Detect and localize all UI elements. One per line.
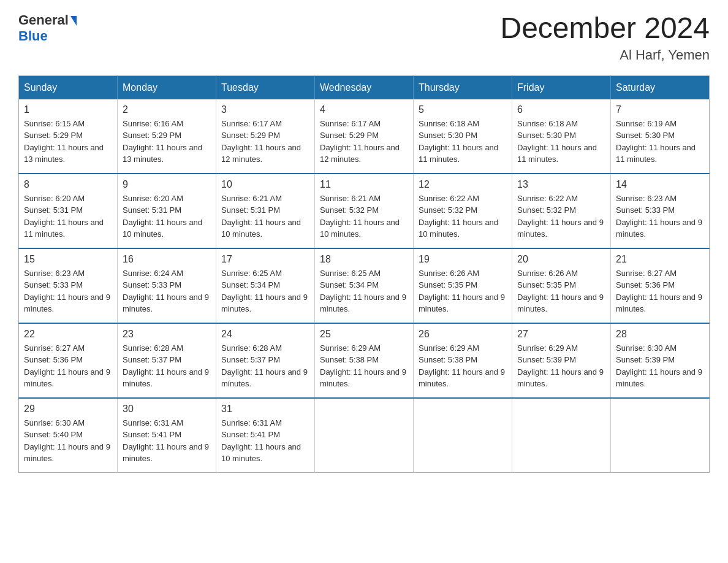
calendar-cell <box>414 398 512 473</box>
day-number: 21 <box>616 254 704 265</box>
logo-blue: Blue <box>18 28 48 44</box>
day-info: Sunrise: 6:30 AMSunset: 5:39 PMDaylight:… <box>616 342 704 390</box>
day-info: Sunrise: 6:21 AMSunset: 5:31 PMDaylight:… <box>221 193 309 240</box>
day-number: 26 <box>419 329 507 340</box>
calendar-cell: 20Sunrise: 6:26 AMSunset: 5:35 PMDayligh… <box>512 248 611 323</box>
calendar-cell <box>512 398 611 473</box>
calendar-cell: 9Sunrise: 6:20 AMSunset: 5:31 PMDaylight… <box>118 174 216 248</box>
day-number: 8 <box>24 179 112 190</box>
day-info: Sunrise: 6:29 AMSunset: 5:38 PMDaylight:… <box>320 342 408 390</box>
calendar-cell: 19Sunrise: 6:26 AMSunset: 5:35 PMDayligh… <box>414 248 512 323</box>
calendar-cell: 2Sunrise: 6:16 AMSunset: 5:29 PMDaylight… <box>118 99 216 174</box>
calendar-cell: 1Sunrise: 6:15 AMSunset: 5:29 PMDaylight… <box>19 99 118 174</box>
day-number: 17 <box>221 254 309 265</box>
day-info: Sunrise: 6:28 AMSunset: 5:37 PMDaylight:… <box>123 342 211 390</box>
day-number: 31 <box>221 404 309 415</box>
day-number: 20 <box>517 254 605 265</box>
calendar-cell: 11Sunrise: 6:21 AMSunset: 5:32 PMDayligh… <box>315 174 414 248</box>
day-info: Sunrise: 6:23 AMSunset: 5:33 PMDaylight:… <box>24 267 112 315</box>
day-number: 19 <box>419 254 507 265</box>
calendar-header-sunday: Sunday <box>19 75 118 99</box>
day-info: Sunrise: 6:16 AMSunset: 5:29 PMDaylight:… <box>123 118 211 166</box>
calendar-cell: 23Sunrise: 6:28 AMSunset: 5:37 PMDayligh… <box>118 323 216 398</box>
calendar-cell: 21Sunrise: 6:27 AMSunset: 5:36 PMDayligh… <box>611 248 710 323</box>
calendar-cell: 22Sunrise: 6:27 AMSunset: 5:36 PMDayligh… <box>19 323 118 398</box>
calendar-cell: 3Sunrise: 6:17 AMSunset: 5:29 PMDaylight… <box>216 99 315 174</box>
calendar-cell: 28Sunrise: 6:30 AMSunset: 5:39 PMDayligh… <box>611 323 710 398</box>
day-info: Sunrise: 6:23 AMSunset: 5:33 PMDaylight:… <box>616 193 704 240</box>
day-info: Sunrise: 6:18 AMSunset: 5:30 PMDaylight:… <box>419 118 507 166</box>
day-info: Sunrise: 6:27 AMSunset: 5:36 PMDaylight:… <box>616 267 704 315</box>
day-info: Sunrise: 6:15 AMSunset: 5:29 PMDaylight:… <box>24 118 112 166</box>
calendar-week-row: 1Sunrise: 6:15 AMSunset: 5:29 PMDaylight… <box>19 99 710 174</box>
page-header: General Blue December 2024 Al Harf, Yeme… <box>18 12 710 63</box>
day-info: Sunrise: 6:29 AMSunset: 5:38 PMDaylight:… <box>419 342 507 390</box>
calendar-cell: 14Sunrise: 6:23 AMSunset: 5:33 PMDayligh… <box>611 174 710 248</box>
day-number: 28 <box>616 329 704 340</box>
calendar-header-monday: Monday <box>118 75 216 99</box>
logo-triangle-icon <box>70 16 77 26</box>
day-info: Sunrise: 6:19 AMSunset: 5:30 PMDaylight:… <box>616 118 704 166</box>
day-number: 10 <box>221 179 309 190</box>
calendar-week-row: 29Sunrise: 6:30 AMSunset: 5:40 PMDayligh… <box>19 398 710 473</box>
calendar-cell: 26Sunrise: 6:29 AMSunset: 5:38 PMDayligh… <box>414 323 512 398</box>
calendar-cell: 5Sunrise: 6:18 AMSunset: 5:30 PMDaylight… <box>414 99 512 174</box>
calendar-cell: 17Sunrise: 6:25 AMSunset: 5:34 PMDayligh… <box>216 248 315 323</box>
calendar-cell: 7Sunrise: 6:19 AMSunset: 5:30 PMDaylight… <box>611 99 710 174</box>
day-info: Sunrise: 6:21 AMSunset: 5:32 PMDaylight:… <box>320 193 408 240</box>
day-number: 15 <box>24 254 112 265</box>
day-number: 11 <box>320 179 408 190</box>
day-number: 16 <box>123 254 211 265</box>
calendar-cell <box>315 398 414 473</box>
calendar-cell: 25Sunrise: 6:29 AMSunset: 5:38 PMDayligh… <box>315 323 414 398</box>
day-number: 2 <box>123 104 211 115</box>
calendar-cell: 24Sunrise: 6:28 AMSunset: 5:37 PMDayligh… <box>216 323 315 398</box>
calendar-cell: 10Sunrise: 6:21 AMSunset: 5:31 PMDayligh… <box>216 174 315 248</box>
day-number: 4 <box>320 104 408 115</box>
calendar-cell: 4Sunrise: 6:17 AMSunset: 5:29 PMDaylight… <box>315 99 414 174</box>
day-info: Sunrise: 6:20 AMSunset: 5:31 PMDaylight:… <box>123 193 211 240</box>
day-info: Sunrise: 6:20 AMSunset: 5:31 PMDaylight:… <box>24 193 112 240</box>
day-number: 24 <box>221 329 309 340</box>
month-title: December 2024 <box>500 12 710 45</box>
day-number: 27 <box>517 329 605 340</box>
day-number: 14 <box>616 179 704 190</box>
calendar-week-row: 15Sunrise: 6:23 AMSunset: 5:33 PMDayligh… <box>19 248 710 323</box>
day-info: Sunrise: 6:22 AMSunset: 5:32 PMDaylight:… <box>517 193 605 240</box>
day-info: Sunrise: 6:30 AMSunset: 5:40 PMDaylight:… <box>24 417 112 465</box>
day-number: 6 <box>517 104 605 115</box>
day-number: 29 <box>24 404 112 415</box>
day-number: 13 <box>517 179 605 190</box>
day-info: Sunrise: 6:25 AMSunset: 5:34 PMDaylight:… <box>221 267 309 315</box>
logo: General Blue <box>18 12 77 44</box>
calendar-header-row: SundayMondayTuesdayWednesdayThursdayFrid… <box>19 75 710 99</box>
calendar-header-thursday: Thursday <box>414 75 512 99</box>
day-number: 5 <box>419 104 507 115</box>
day-number: 30 <box>123 404 211 415</box>
calendar-header-tuesday: Tuesday <box>216 75 315 99</box>
calendar-week-row: 22Sunrise: 6:27 AMSunset: 5:36 PMDayligh… <box>19 323 710 398</box>
day-info: Sunrise: 6:18 AMSunset: 5:30 PMDaylight:… <box>517 118 605 166</box>
day-number: 23 <box>123 329 211 340</box>
day-info: Sunrise: 6:22 AMSunset: 5:32 PMDaylight:… <box>419 193 507 240</box>
day-info: Sunrise: 6:28 AMSunset: 5:37 PMDaylight:… <box>221 342 309 390</box>
day-number: 7 <box>616 104 704 115</box>
calendar-cell: 16Sunrise: 6:24 AMSunset: 5:33 PMDayligh… <box>118 248 216 323</box>
calendar-cell: 15Sunrise: 6:23 AMSunset: 5:33 PMDayligh… <box>19 248 118 323</box>
day-info: Sunrise: 6:31 AMSunset: 5:41 PMDaylight:… <box>221 417 309 465</box>
day-info: Sunrise: 6:24 AMSunset: 5:33 PMDaylight:… <box>123 267 211 315</box>
calendar-header-saturday: Saturday <box>611 75 710 99</box>
day-number: 18 <box>320 254 408 265</box>
day-info: Sunrise: 6:17 AMSunset: 5:29 PMDaylight:… <box>320 118 408 166</box>
day-number: 3 <box>221 104 309 115</box>
calendar-cell: 8Sunrise: 6:20 AMSunset: 5:31 PMDaylight… <box>19 174 118 248</box>
day-number: 12 <box>419 179 507 190</box>
day-number: 1 <box>24 104 112 115</box>
calendar-cell: 12Sunrise: 6:22 AMSunset: 5:32 PMDayligh… <box>414 174 512 248</box>
day-number: 22 <box>24 329 112 340</box>
calendar-cell: 29Sunrise: 6:30 AMSunset: 5:40 PMDayligh… <box>19 398 118 473</box>
calendar-cell: 6Sunrise: 6:18 AMSunset: 5:30 PMDaylight… <box>512 99 611 174</box>
day-info: Sunrise: 6:29 AMSunset: 5:39 PMDaylight:… <box>517 342 605 390</box>
day-info: Sunrise: 6:26 AMSunset: 5:35 PMDaylight:… <box>517 267 605 315</box>
calendar-cell: 18Sunrise: 6:25 AMSunset: 5:34 PMDayligh… <box>315 248 414 323</box>
